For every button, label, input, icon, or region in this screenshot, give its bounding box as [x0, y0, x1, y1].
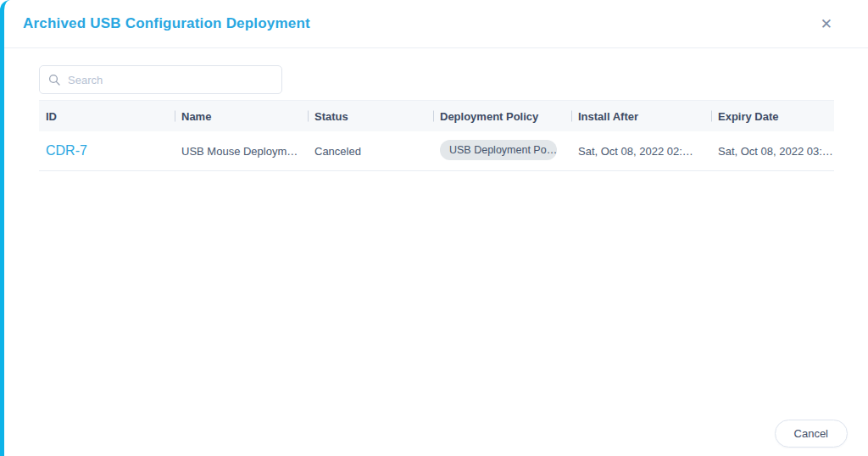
deployments-table: ID Name Status Deployment Policy Install… [39, 100, 834, 171]
deployment-name-cell: USB Mouse Deploym… [175, 145, 308, 158]
column-header-name: Name [175, 110, 308, 123]
expiry-date-cell: Sat, Oct 08, 2022 03:… [711, 145, 834, 158]
search-input[interactable] [39, 65, 282, 94]
column-header-expiry-date: Expiry Date [711, 110, 834, 123]
dialog-footer: Cancel [775, 420, 848, 448]
table-row: CDR-7 USB Mouse Deploym… Canceled USB De… [39, 131, 834, 171]
column-header-deployment-policy: Deployment Policy [433, 110, 571, 123]
dialog-title: Archived USB Configuration Deployment [23, 15, 310, 32]
deployment-status-cell: Canceled [308, 145, 433, 158]
dialog-header: Archived USB Configuration Deployment ✕ [4, 0, 868, 48]
column-header-install-after: Install After [571, 110, 711, 123]
column-header-id: ID [39, 110, 175, 123]
search-box[interactable] [39, 65, 282, 94]
cancel-button[interactable]: Cancel [775, 420, 848, 448]
install-after-cell: Sat, Oct 08, 2022 02:… [571, 145, 711, 158]
column-header-status: Status [308, 110, 433, 123]
close-icon[interactable]: ✕ [817, 15, 836, 33]
dialog-body: ID Name Status Deployment Policy Install… [4, 48, 868, 171]
deployment-id-link[interactable]: CDR-7 [46, 143, 87, 158]
table-header-row: ID Name Status Deployment Policy Install… [39, 101, 834, 131]
deployment-policy-chip: USB Deployment Po… [440, 140, 557, 160]
archived-usb-deployment-dialog: Archived USB Configuration Deployment ✕ … [0, 0, 868, 456]
